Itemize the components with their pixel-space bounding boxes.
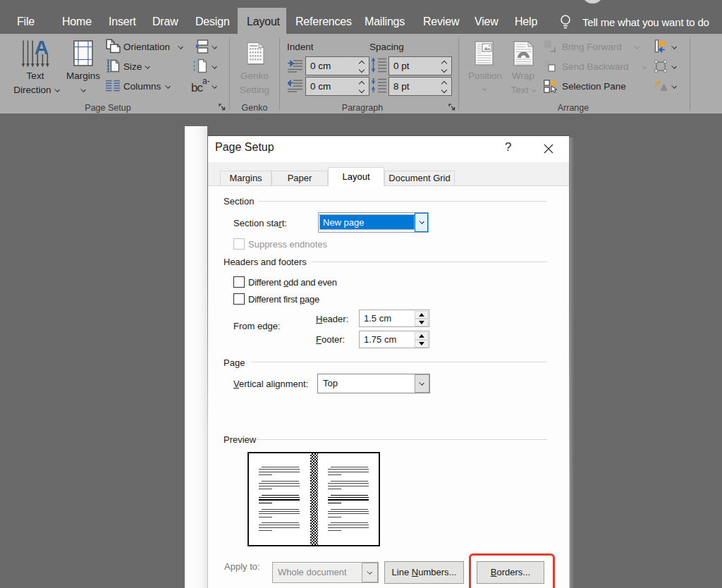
svg-text:A: A: [35, 37, 49, 59]
